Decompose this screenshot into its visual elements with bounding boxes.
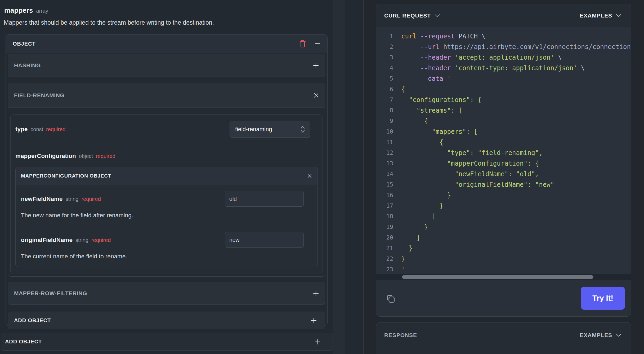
field-title-row: mappers array (4, 6, 48, 15)
object-card-body: HASHING FIELD-RENAMING (6, 53, 327, 329)
code-line: 4 --header 'content-type: application/js… (376, 63, 631, 73)
section-mapper-row-filtering[interactable]: MAPPER-ROW-FILTERING (8, 282, 325, 305)
curl-request-dropdown[interactable]: CURL REQUEST (384, 12, 440, 19)
response-card: RESPONSE EXAMPLES (376, 322, 631, 354)
examples-label: EXAMPLES (580, 12, 612, 19)
expand-mapper-row-filtering-button[interactable] (313, 290, 319, 297)
code-lines: 1curl --request PATCH \2 --url https://a… (376, 31, 631, 274)
response-title: RESPONSE (384, 332, 417, 338)
code-line: 19 } (376, 222, 631, 232)
add-object-inner-label: ADD OBJECT (14, 317, 51, 324)
code-line: 17 } (376, 201, 631, 211)
close-icon (307, 173, 312, 179)
code-line: 8 "streams": [ (376, 105, 631, 116)
code-line: 21 } (376, 243, 631, 254)
section-hashing-title: HASHING (14, 62, 41, 69)
trash-icon (299, 40, 306, 48)
section-field-renaming-title: FIELD-RENAMING (14, 92, 64, 99)
add-object-button-inner[interactable]: ADD OBJECT (8, 312, 325, 329)
divider (11, 144, 323, 144)
prop-required-type: required (46, 126, 65, 132)
newfieldname-input[interactable] (225, 191, 304, 207)
section-mapper-row-filtering-title: MAPPER-ROW-FILTERING (14, 290, 87, 297)
chevron-down-icon (616, 14, 621, 17)
mapperconfiguration-label-row: mapperConfiguration object required (15, 153, 318, 160)
add-object-outer-label: ADD OBJECT (5, 339, 42, 345)
scrollbar-thumb[interactable] (402, 275, 593, 279)
remove-field-renaming-button[interactable] (313, 92, 319, 98)
originalfieldname-description: The current name of the field to rename. (21, 253, 304, 260)
prop-required-originalfieldname: required (91, 237, 111, 243)
code-line: 6{ (376, 84, 631, 95)
prop-name-originalfieldname: originalFieldName (21, 237, 73, 244)
code-line: 1curl --request PATCH \ (376, 31, 631, 42)
code-line: 12 "type": "field-renaming", (376, 148, 631, 158)
schema-panel: mappers array Mappers that should be app… (0, 0, 363, 354)
code-block: 1curl --request PATCH \2 --url https://a… (376, 27, 631, 274)
code-line: 9 { (376, 116, 631, 126)
code-line: 10 "mappers": [ (376, 126, 631, 137)
prop-name-type: type (15, 126, 28, 133)
field-row-originalfieldname: originalFieldName string required The cu… (16, 226, 317, 267)
collapse-object-button[interactable] (315, 41, 320, 47)
expand-hashing-button[interactable] (313, 62, 319, 69)
left-panel-scrollbar[interactable] (333, 0, 345, 354)
curl-request-title: CURL REQUEST (384, 12, 431, 19)
plus-icon (313, 62, 319, 69)
section-hashing[interactable]: HASHING (8, 54, 325, 77)
prop-required-mapperconfiguration: required (96, 153, 115, 159)
object-card-title: OBJECT (13, 41, 36, 47)
object-card-header: OBJECT (6, 35, 327, 53)
delete-object-button[interactable] (299, 40, 306, 48)
code-line: 5 --data ' (376, 73, 631, 84)
type-row: type const required field-renaming (11, 115, 323, 144)
code-line: 20 ] (376, 232, 631, 243)
response-examples-dropdown[interactable]: EXAMPLES (580, 332, 621, 338)
prop-required-newfieldname: required (81, 196, 101, 202)
curl-request-header: CURL REQUEST EXAMPLES (376, 4, 631, 27)
curl-request-card: CURL REQUEST EXAMPLES 1curl --request PA… (376, 4, 631, 317)
chevron-down-icon (616, 334, 621, 337)
code-line: 18 ] (376, 211, 631, 222)
code-line: 3 --header 'accept: application/json' \ (376, 52, 631, 63)
section-field-renaming-header[interactable]: FIELD-RENAMING (8, 83, 325, 108)
code-line: 13 "mapperConfiguration": { (376, 158, 631, 169)
prop-kind-newfieldname: string (66, 196, 79, 202)
field-row-newfieldname: newFieldName string required The new nam… (16, 185, 317, 226)
field-name: mappers (4, 6, 33, 15)
field-description: Mappers that should be applied to the st… (4, 19, 214, 26)
type-select[interactable]: field-renaming (230, 121, 310, 138)
copy-code-button[interactable] (385, 293, 395, 303)
plus-icon (315, 339, 321, 345)
field-type-badge: array (36, 8, 48, 14)
response-header: RESPONSE EXAMPLES (376, 322, 631, 348)
select-updown-icon (300, 125, 306, 134)
examples-dropdown[interactable]: EXAMPLES (580, 12, 621, 19)
code-line: 23' (376, 264, 631, 274)
section-field-renaming-content: type const required field-renaming (8, 108, 325, 276)
code-examples-panel: CURL REQUEST EXAMPLES 1curl --request PA… (364, 0, 644, 354)
try-it-button[interactable]: Try It! (581, 287, 625, 310)
plus-icon (311, 317, 317, 324)
object-card: OBJECT (6, 34, 328, 326)
prop-kind-type: const (30, 126, 43, 132)
code-line: 2 --url https://api.airbyte.com/v1/conne… (376, 42, 631, 52)
prop-kind-originalfieldname: string (75, 237, 88, 243)
newfieldname-description: The new name for the field after renamin… (21, 212, 304, 219)
code-line: 11 { (376, 137, 631, 148)
prop-name-mapperconfiguration: mapperConfiguration (15, 153, 76, 160)
chevron-down-icon (435, 14, 440, 17)
prop-kind-mapperconfiguration: object (79, 153, 93, 159)
mapperconfiguration-card-header: MAPPERCONFIGURATION OBJECT (16, 167, 317, 185)
mapperconfiguration-card: MAPPERCONFIGURATION OBJECT (15, 167, 318, 267)
prop-name-newfieldname: newFieldName (21, 196, 63, 202)
originalfieldname-input[interactable] (225, 232, 304, 248)
plus-icon (313, 290, 319, 297)
code-line: 16 } (376, 190, 631, 201)
type-card: type const required field-renaming (10, 114, 323, 274)
add-object-button-outer[interactable]: ADD OBJECT (1, 333, 333, 351)
response-examples-label: EXAMPLES (580, 332, 612, 338)
close-mapperconfiguration-button[interactable] (307, 173, 312, 179)
curl-request-footer: Try It! (376, 280, 631, 316)
code-line: 15 "originalFieldName": "new" (376, 179, 631, 190)
